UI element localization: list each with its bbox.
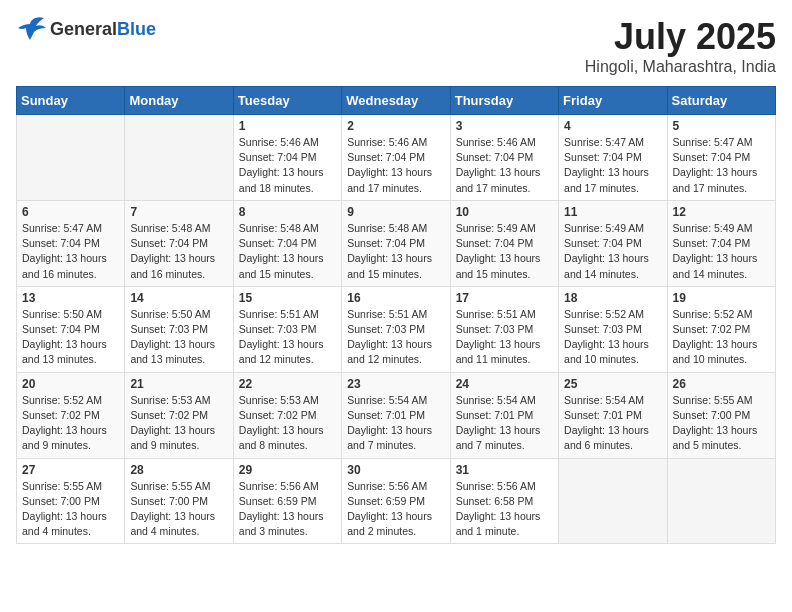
week-row-2: 6Sunrise: 5:47 AMSunset: 7:04 PMDaylight… (17, 200, 776, 286)
day-number: 29 (239, 463, 336, 477)
calendar-cell: 4Sunrise: 5:47 AMSunset: 7:04 PMDaylight… (559, 115, 667, 201)
cell-info: Sunrise: 5:49 AMSunset: 7:04 PMDaylight:… (456, 221, 553, 282)
day-number: 7 (130, 205, 227, 219)
weekday-header-sunday: Sunday (17, 87, 125, 115)
weekday-header-monday: Monday (125, 87, 233, 115)
calendar-table: SundayMondayTuesdayWednesdayThursdayFrid… (16, 86, 776, 544)
calendar-cell: 2Sunrise: 5:46 AMSunset: 7:04 PMDaylight… (342, 115, 450, 201)
day-number: 20 (22, 377, 119, 391)
calendar-cell: 27Sunrise: 5:55 AMSunset: 7:00 PMDayligh… (17, 458, 125, 544)
calendar-cell (17, 115, 125, 201)
cell-info: Sunrise: 5:55 AMSunset: 7:00 PMDaylight:… (673, 393, 770, 454)
cell-info: Sunrise: 5:48 AMSunset: 7:04 PMDaylight:… (130, 221, 227, 282)
day-number: 26 (673, 377, 770, 391)
cell-info: Sunrise: 5:47 AMSunset: 7:04 PMDaylight:… (22, 221, 119, 282)
cell-info: Sunrise: 5:47 AMSunset: 7:04 PMDaylight:… (564, 135, 661, 196)
calendar-cell: 6Sunrise: 5:47 AMSunset: 7:04 PMDaylight… (17, 200, 125, 286)
calendar-cell: 1Sunrise: 5:46 AMSunset: 7:04 PMDaylight… (233, 115, 341, 201)
day-number: 3 (456, 119, 553, 133)
calendar-cell: 20Sunrise: 5:52 AMSunset: 7:02 PMDayligh… (17, 372, 125, 458)
month-title: July 2025 (585, 16, 776, 58)
cell-info: Sunrise: 5:56 AMSunset: 6:58 PMDaylight:… (456, 479, 553, 540)
day-number: 18 (564, 291, 661, 305)
day-number: 31 (456, 463, 553, 477)
cell-info: Sunrise: 5:53 AMSunset: 7:02 PMDaylight:… (239, 393, 336, 454)
day-number: 22 (239, 377, 336, 391)
cell-info: Sunrise: 5:54 AMSunset: 7:01 PMDaylight:… (456, 393, 553, 454)
weekday-header-thursday: Thursday (450, 87, 558, 115)
location-title: Hingoli, Maharashtra, India (585, 58, 776, 76)
calendar-cell: 14Sunrise: 5:50 AMSunset: 7:03 PMDayligh… (125, 286, 233, 372)
calendar-cell: 24Sunrise: 5:54 AMSunset: 7:01 PMDayligh… (450, 372, 558, 458)
calendar-cell: 23Sunrise: 5:54 AMSunset: 7:01 PMDayligh… (342, 372, 450, 458)
day-number: 30 (347, 463, 444, 477)
calendar-cell: 10Sunrise: 5:49 AMSunset: 7:04 PMDayligh… (450, 200, 558, 286)
week-row-1: 1Sunrise: 5:46 AMSunset: 7:04 PMDaylight… (17, 115, 776, 201)
cell-info: Sunrise: 5:54 AMSunset: 7:01 PMDaylight:… (564, 393, 661, 454)
logo: GeneralBlue (16, 16, 156, 42)
cell-info: Sunrise: 5:52 AMSunset: 7:02 PMDaylight:… (673, 307, 770, 368)
day-number: 14 (130, 291, 227, 305)
calendar-cell: 30Sunrise: 5:56 AMSunset: 6:59 PMDayligh… (342, 458, 450, 544)
day-number: 17 (456, 291, 553, 305)
cell-info: Sunrise: 5:49 AMSunset: 7:04 PMDaylight:… (673, 221, 770, 282)
day-number: 28 (130, 463, 227, 477)
week-row-5: 27Sunrise: 5:55 AMSunset: 7:00 PMDayligh… (17, 458, 776, 544)
calendar-cell: 5Sunrise: 5:47 AMSunset: 7:04 PMDaylight… (667, 115, 775, 201)
week-row-3: 13Sunrise: 5:50 AMSunset: 7:04 PMDayligh… (17, 286, 776, 372)
day-number: 25 (564, 377, 661, 391)
day-number: 9 (347, 205, 444, 219)
cell-info: Sunrise: 5:55 AMSunset: 7:00 PMDaylight:… (130, 479, 227, 540)
cell-info: Sunrise: 5:47 AMSunset: 7:04 PMDaylight:… (673, 135, 770, 196)
logo-general: General (50, 19, 117, 39)
calendar-cell: 18Sunrise: 5:52 AMSunset: 7:03 PMDayligh… (559, 286, 667, 372)
day-number: 23 (347, 377, 444, 391)
calendar-cell: 9Sunrise: 5:48 AMSunset: 7:04 PMDaylight… (342, 200, 450, 286)
calendar-cell: 16Sunrise: 5:51 AMSunset: 7:03 PMDayligh… (342, 286, 450, 372)
day-number: 15 (239, 291, 336, 305)
weekday-header-wednesday: Wednesday (342, 87, 450, 115)
day-number: 16 (347, 291, 444, 305)
cell-info: Sunrise: 5:55 AMSunset: 7:00 PMDaylight:… (22, 479, 119, 540)
calendar-cell: 3Sunrise: 5:46 AMSunset: 7:04 PMDaylight… (450, 115, 558, 201)
cell-info: Sunrise: 5:52 AMSunset: 7:02 PMDaylight:… (22, 393, 119, 454)
calendar-cell (125, 115, 233, 201)
calendar-cell: 29Sunrise: 5:56 AMSunset: 6:59 PMDayligh… (233, 458, 341, 544)
cell-info: Sunrise: 5:49 AMSunset: 7:04 PMDaylight:… (564, 221, 661, 282)
cell-info: Sunrise: 5:46 AMSunset: 7:04 PMDaylight:… (239, 135, 336, 196)
day-number: 13 (22, 291, 119, 305)
cell-info: Sunrise: 5:46 AMSunset: 7:04 PMDaylight:… (456, 135, 553, 196)
logo-blue: Blue (117, 19, 156, 39)
calendar-cell: 8Sunrise: 5:48 AMSunset: 7:04 PMDaylight… (233, 200, 341, 286)
calendar-cell (559, 458, 667, 544)
calendar-cell (667, 458, 775, 544)
calendar-cell: 19Sunrise: 5:52 AMSunset: 7:02 PMDayligh… (667, 286, 775, 372)
cell-info: Sunrise: 5:50 AMSunset: 7:03 PMDaylight:… (130, 307, 227, 368)
cell-info: Sunrise: 5:52 AMSunset: 7:03 PMDaylight:… (564, 307, 661, 368)
day-number: 24 (456, 377, 553, 391)
cell-info: Sunrise: 5:51 AMSunset: 7:03 PMDaylight:… (347, 307, 444, 368)
calendar-cell: 13Sunrise: 5:50 AMSunset: 7:04 PMDayligh… (17, 286, 125, 372)
day-number: 27 (22, 463, 119, 477)
calendar-cell: 12Sunrise: 5:49 AMSunset: 7:04 PMDayligh… (667, 200, 775, 286)
cell-info: Sunrise: 5:56 AMSunset: 6:59 PMDaylight:… (347, 479, 444, 540)
week-row-4: 20Sunrise: 5:52 AMSunset: 7:02 PMDayligh… (17, 372, 776, 458)
day-number: 8 (239, 205, 336, 219)
bird-logo-icon (16, 16, 48, 42)
cell-info: Sunrise: 5:53 AMSunset: 7:02 PMDaylight:… (130, 393, 227, 454)
cell-info: Sunrise: 5:51 AMSunset: 7:03 PMDaylight:… (239, 307, 336, 368)
cell-info: Sunrise: 5:56 AMSunset: 6:59 PMDaylight:… (239, 479, 336, 540)
weekday-header-friday: Friday (559, 87, 667, 115)
header: GeneralBlue July 2025 Hingoli, Maharasht… (16, 16, 776, 76)
day-number: 10 (456, 205, 553, 219)
day-number: 6 (22, 205, 119, 219)
calendar-cell: 22Sunrise: 5:53 AMSunset: 7:02 PMDayligh… (233, 372, 341, 458)
weekday-header-row: SundayMondayTuesdayWednesdayThursdayFrid… (17, 87, 776, 115)
calendar-cell: 26Sunrise: 5:55 AMSunset: 7:00 PMDayligh… (667, 372, 775, 458)
calendar-cell: 25Sunrise: 5:54 AMSunset: 7:01 PMDayligh… (559, 372, 667, 458)
day-number: 11 (564, 205, 661, 219)
cell-info: Sunrise: 5:48 AMSunset: 7:04 PMDaylight:… (347, 221, 444, 282)
cell-info: Sunrise: 5:50 AMSunset: 7:04 PMDaylight:… (22, 307, 119, 368)
day-number: 5 (673, 119, 770, 133)
calendar-cell: 28Sunrise: 5:55 AMSunset: 7:00 PMDayligh… (125, 458, 233, 544)
